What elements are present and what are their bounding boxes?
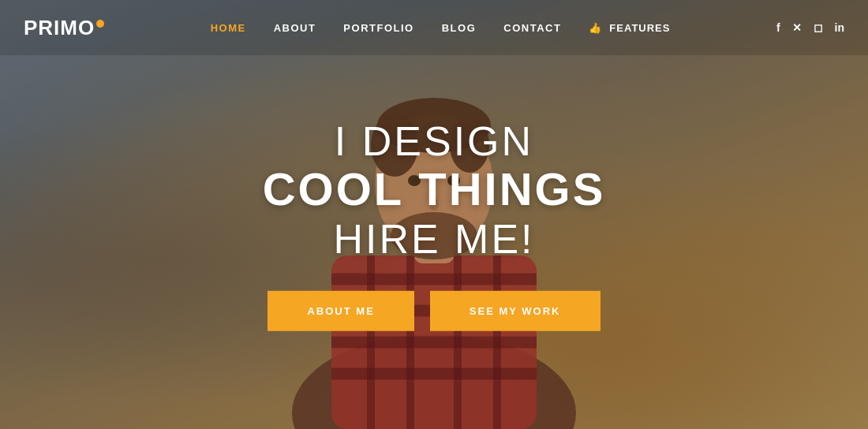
logo[interactable]: PRIMO bbox=[24, 16, 104, 40]
nav-blog[interactable]: BLOG bbox=[442, 21, 477, 35]
social-links: f ✕ ◻ in bbox=[776, 21, 844, 34]
nav-features-label: FEATURES bbox=[609, 22, 670, 34]
hero-content: I DESIGN COOL THINGS HIRE ME! ABOUT ME S… bbox=[197, 119, 671, 331]
twitter-icon: ✕ bbox=[792, 21, 802, 34]
nav-portfolio[interactable]: PORTFOLIO bbox=[343, 21, 413, 35]
logo-dot bbox=[96, 20, 104, 28]
hero-line3: HIRE ME! bbox=[197, 214, 671, 263]
thumbs-up-icon: 👍 bbox=[589, 22, 602, 34]
hero-buttons: ABOUT ME SEE MY WORK bbox=[197, 291, 671, 331]
nav-contact[interactable]: CONTACT bbox=[503, 21, 561, 35]
nav-home[interactable]: HOME bbox=[211, 21, 246, 35]
nav-portfolio-link[interactable]: PORTFOLIO bbox=[343, 22, 413, 34]
nav-links: HOME ABOUT PORTFOLIO BLOG CONTACT 👍 FEAT… bbox=[211, 21, 671, 35]
nav-contact-link[interactable]: CONTACT bbox=[503, 22, 561, 34]
instagram-icon: ◻ bbox=[814, 21, 823, 34]
nav-features[interactable]: 👍 FEATURES bbox=[589, 22, 670, 34]
nav-about[interactable]: ABOUT bbox=[274, 21, 316, 35]
nav-about-link[interactable]: ABOUT bbox=[274, 22, 316, 34]
nav-blog-link[interactable]: BLOG bbox=[442, 22, 477, 34]
instagram-link[interactable]: ◻ bbox=[814, 21, 823, 34]
about-me-button[interactable]: ABOUT ME bbox=[268, 291, 413, 331]
linkedin-link[interactable]: in bbox=[835, 21, 844, 34]
see-my-work-button[interactable]: SEE MY WORK bbox=[430, 291, 600, 331]
facebook-link[interactable]: f bbox=[776, 21, 780, 34]
hero-section: PRIMO HOME ABOUT PORTFOLIO BLOG CONTACT … bbox=[0, 0, 868, 429]
hero-line2: COOL THINGS bbox=[197, 164, 671, 214]
hero-line1: I DESIGN bbox=[197, 119, 671, 164]
linkedin-icon: in bbox=[835, 21, 844, 34]
nav-home-link[interactable]: HOME bbox=[211, 22, 246, 34]
logo-text: PRIMO bbox=[24, 16, 95, 40]
facebook-icon: f bbox=[776, 21, 780, 34]
twitter-link[interactable]: ✕ bbox=[792, 21, 802, 34]
navbar: PRIMO HOME ABOUT PORTFOLIO BLOG CONTACT … bbox=[0, 0, 868, 55]
